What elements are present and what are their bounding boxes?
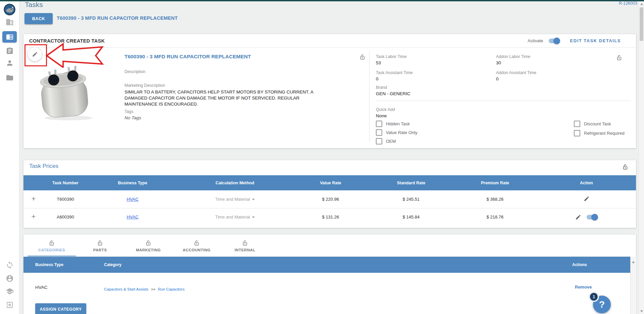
inner-scrollbar[interactable] (630, 257, 636, 314)
task-card-header: CONTRACTOR CREATED TASK Activate EDIT TA… (23, 34, 636, 48)
task-detail-tabs-card: CATEGORIES PARTS MARKETING ACCOUNTING IN… (23, 235, 636, 314)
price-table-row: T600390 HVAC Time and Material $ 220.96 … (23, 190, 636, 208)
field-label: Addon Assistant Time (496, 70, 536, 75)
app-logo[interactable] (0, 4, 19, 15)
labor-lock-icon[interactable] (616, 54, 623, 61)
column-header: Business Type (87, 181, 178, 185)
reference-number: R-126003 (619, 1, 637, 6)
task-book-icon (6, 33, 13, 41)
categories-table-header: Business Type Category Actions (23, 257, 630, 273)
building-icon (6, 18, 14, 26)
brand-label: Brand (376, 85, 387, 90)
activate-toggle[interactable] (548, 38, 560, 44)
edit-price-button[interactable] (575, 214, 581, 220)
tags-value: No Tags (125, 115, 141, 120)
checkbox-row: Refrigerant Required (574, 130, 625, 136)
edit-task-details-link[interactable]: EDIT TASK DETAILS (570, 38, 621, 43)
tab-parts[interactable]: PARTS (76, 235, 124, 256)
field-value: 0 (376, 76, 379, 81)
sidebar-item-company[interactable] (0, 18, 19, 26)
scroll-up-arrow[interactable] (631, 259, 636, 265)
back-button[interactable]: BACK (24, 13, 53, 24)
remove-category-link[interactable]: Remove (575, 285, 592, 290)
task-number-cell: A600390 (44, 214, 87, 219)
scroll-down-arrow[interactable] (639, 309, 644, 314)
assign-category-button[interactable]: ASSIGN CATEGORY (35, 303, 86, 314)
scroll-up-arrow[interactable] (639, 1, 644, 7)
calculation-method-dropdown[interactable]: Time and Material (215, 197, 255, 202)
sidebar-item-tasks-active[interactable] (2, 31, 17, 43)
column-header: Action (537, 181, 636, 185)
marketing-description-text: SIMILAR TO A BATTERY, CAPACITORS HELP ST… (125, 89, 323, 107)
chevron-down-icon (252, 216, 255, 218)
value-rate-cell: $ 131.26 (292, 214, 369, 219)
task-details-card: CONTRACTOR CREATED TASK Activate EDIT TA… (23, 34, 636, 148)
expand-row-icon[interactable] (31, 215, 37, 221)
sidebar-item-files[interactable] (0, 74, 19, 82)
expand-row-icon[interactable] (31, 198, 37, 203)
column-header: Category (104, 262, 121, 267)
task-prices-card: Task Prices Task Number Business Type Ca… (23, 160, 636, 228)
tab-label: INTERNAL (235, 248, 255, 252)
sidebar-item-sync[interactable] (0, 261, 19, 269)
account-circle-icon (6, 274, 14, 282)
column-header: Actions (572, 262, 587, 267)
tab-internal[interactable]: INTERNAL (221, 235, 269, 256)
addon-active-toggle[interactable] (586, 214, 598, 221)
price-table-header: Task Number Business Type Calculation Me… (23, 175, 636, 190)
tab-label: ACCOUNTING (183, 248, 211, 252)
checkbox-row: Discount Task (574, 121, 611, 127)
category-child-link[interactable]: Run Capacitors (158, 287, 185, 291)
description-label: Description (125, 69, 146, 74)
column-header: Calculation Method (178, 181, 292, 185)
tab-marketing[interactable]: MARKETING (124, 235, 172, 256)
checkbox-label: OEM (386, 139, 396, 144)
sidebar-item-account[interactable] (0, 274, 19, 282)
detail-tabs: CATEGORIES PARTS MARKETING ACCOUNTING IN… (28, 235, 630, 256)
category-parent-link[interactable]: Capacitors & Start Assists (104, 287, 148, 291)
tab-categories[interactable]: CATEGORIES (28, 235, 76, 256)
annotation-arrow (46, 43, 104, 68)
business-type-link[interactable]: HVAC (127, 214, 138, 219)
value-rate-only-checkbox[interactable] (376, 129, 382, 136)
top-accent-bar (0, 0, 644, 1)
scrollbar-thumb[interactable] (640, 7, 643, 41)
discount-task-checkbox[interactable] (574, 121, 580, 127)
field-value: 53 (376, 60, 381, 65)
calculation-method-dropdown[interactable]: Time and Material (215, 214, 255, 219)
column-header: Standard Rate (369, 181, 453, 185)
task-prices-title: Task Prices (29, 163, 58, 170)
lock-icon (97, 240, 103, 246)
marketing-description-label: Marketing Description (125, 83, 165, 88)
business-type-link[interactable]: HVAC (127, 197, 138, 202)
tags-label: Tags (125, 109, 133, 114)
sidebar-item-assignments[interactable] (0, 47, 19, 55)
task-prices-lock-icon[interactable] (622, 164, 629, 170)
sidebar-item-users[interactable] (0, 59, 19, 67)
field-value: 30 (496, 60, 501, 65)
sidebar (0, 1, 19, 314)
lock-icon (145, 240, 152, 246)
tab-label: CATEGORIES (38, 248, 65, 252)
lock-icon (242, 240, 248, 246)
refrigerant-required-checkbox[interactable] (574, 130, 580, 136)
edit-price-button[interactable] (584, 196, 590, 202)
lock-icon (193, 240, 200, 246)
oem-checkbox[interactable] (376, 138, 382, 144)
sidebar-item-training[interactable] (0, 287, 19, 295)
value-rate-cell: $ 220.96 (292, 197, 369, 202)
window-scrollbar[interactable] (639, 1, 644, 314)
tab-accounting[interactable]: ACCOUNTING (172, 235, 221, 256)
column-header: Business Type (35, 262, 63, 267)
task-product-image (29, 65, 100, 121)
sidebar-item-logout[interactable] (0, 301, 19, 309)
hidden-task-checkbox[interactable] (376, 121, 382, 127)
task-title-lock-icon[interactable] (359, 54, 366, 60)
annotation-red-box (24, 44, 47, 66)
column-divider (369, 51, 369, 142)
checkbox-label: Hidden Task (386, 121, 410, 126)
column-header: Premium Rate (453, 181, 537, 185)
section-divider (376, 101, 631, 101)
tab-label: MARKETING (136, 248, 161, 252)
field-label: Task Assistant Time (376, 70, 413, 75)
